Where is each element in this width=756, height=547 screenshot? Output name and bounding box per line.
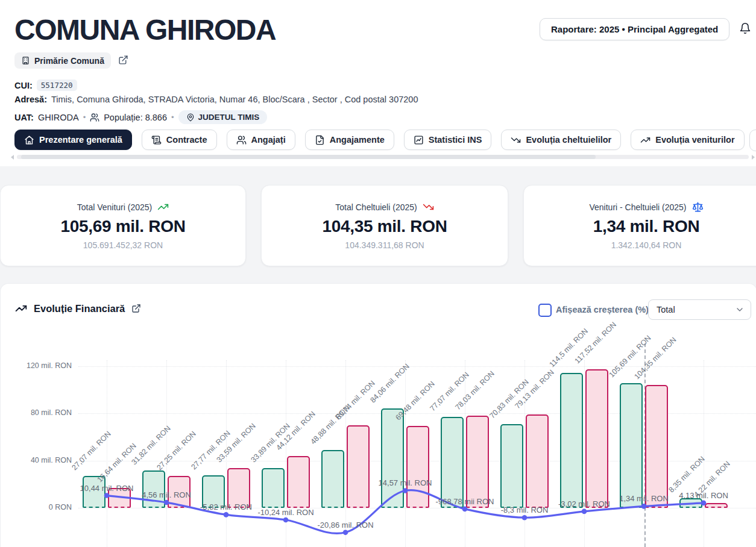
entity-type-badge: Primărie Comună bbox=[14, 52, 111, 69]
tab-angajati[interactable]: Angajați bbox=[227, 130, 295, 150]
building-icon bbox=[21, 56, 30, 65]
tabs-scrollbar-track[interactable] bbox=[17, 155, 749, 159]
file-icon bbox=[315, 135, 325, 145]
line-point-label: -968,78 mii RON bbox=[436, 497, 494, 506]
scroll-right-arrow-icon[interactable] bbox=[752, 155, 755, 160]
line-point[interactable] bbox=[104, 493, 110, 498]
line-point-label: 10,44 mil. RON bbox=[80, 484, 134, 493]
line-point[interactable] bbox=[462, 507, 468, 512]
address-row: Adresă: Timis, Comuna Ghiroda, STRADA Vi… bbox=[14, 95, 418, 104]
tab-label: Contracte bbox=[166, 135, 207, 145]
cui-label: CUI: bbox=[14, 81, 33, 90]
tab-evolutia-veniturilor[interactable]: Evoluția veniturilor bbox=[631, 130, 744, 150]
tab-label: Angajamente bbox=[330, 135, 385, 145]
stat-card-label: Venituri - Cheltuieli (2025) bbox=[589, 201, 703, 213]
line-point[interactable] bbox=[641, 504, 647, 509]
line-point[interactable] bbox=[582, 509, 587, 514]
map-pin-icon bbox=[186, 113, 195, 122]
line-point[interactable] bbox=[224, 512, 229, 517]
stat-card-value: 105,69 mil. RON bbox=[60, 217, 185, 236]
tab-label: Prezentare generală bbox=[39, 135, 122, 145]
line-point[interactable] bbox=[403, 488, 408, 493]
address-value: Timis, Comuna Ghiroda, STRADA Victoria, … bbox=[51, 95, 418, 104]
bell-icon[interactable] bbox=[739, 22, 751, 37]
trend-up-icon bbox=[157, 201, 169, 213]
line-point-label: -20,86 mil. RON bbox=[317, 520, 373, 530]
trend-up-icon bbox=[640, 135, 650, 145]
line-point-label: -10,24 mil. RON bbox=[257, 508, 313, 517]
external-link-icon[interactable] bbox=[118, 55, 128, 67]
county-badge[interactable]: JUDETUL TIMIS bbox=[178, 110, 268, 124]
cui-row: CUI: 5517220 bbox=[14, 80, 77, 91]
uat-value: GHIRODA bbox=[38, 113, 79, 122]
home-icon bbox=[24, 135, 34, 145]
line-point[interactable] bbox=[283, 517, 289, 523]
tab-partial[interactable] bbox=[749, 130, 756, 151]
trend-down-icon bbox=[511, 135, 521, 145]
line-point[interactable] bbox=[343, 530, 348, 536]
page: COMUNA GHIRODA Primărie Comună CUI: 5517… bbox=[0, 0, 756, 547]
tab-angajamente[interactable]: Angajamente bbox=[305, 130, 394, 150]
stat-card-total-cheltuieli-2025: Total Cheltuieli (2025)104,35 mil. RON10… bbox=[261, 185, 508, 266]
users-icon bbox=[236, 135, 247, 145]
header: COMUNA GHIRODA Primărie Comună CUI: 5517… bbox=[0, 0, 756, 166]
tab-label: Angajați bbox=[251, 135, 286, 145]
scale-icon bbox=[692, 201, 704, 213]
tab-label: Evoluția cheltuielilor bbox=[526, 135, 611, 145]
uat-label: UAT: bbox=[14, 113, 34, 122]
tab-label: Statistici INS bbox=[429, 135, 482, 145]
report-period-selector[interactable]: Raportare: 2025 • Principal Aggregated bbox=[540, 18, 729, 40]
users-icon bbox=[90, 113, 99, 122]
population-value: Populație: 8.866 bbox=[104, 113, 167, 122]
tabs-scrollbar-thumb[interactable] bbox=[21, 155, 596, 159]
line-point-label: 14,57 mil. RON bbox=[379, 478, 432, 487]
difference-line bbox=[107, 490, 704, 534]
stat-card-label: Total Cheltuieli (2025) bbox=[335, 201, 433, 213]
stat-card-label: Total Venituri (2025) bbox=[77, 201, 169, 213]
tab-contracte[interactable]: Contracte bbox=[142, 130, 217, 150]
tab-label: Evoluția veniturilor bbox=[655, 135, 734, 145]
stat-card-total-venituri-2025: Total Venituri (2025)105,69 mil. RON105.… bbox=[0, 185, 246, 266]
line-point-label: 4,13 mil. RON bbox=[679, 491, 728, 500]
scroll-left-arrow-icon[interactable] bbox=[11, 155, 14, 160]
stat-card-value: 104,35 mil. RON bbox=[322, 217, 447, 236]
address-label: Adresă: bbox=[14, 95, 47, 104]
line-point-label: -3,02 mil. RON bbox=[558, 499, 610, 508]
page-title: COMUNA GHIRODA bbox=[14, 13, 276, 46]
line-point-label: 4,56 mil. RON bbox=[142, 490, 191, 499]
stat-card-value: 1,34 mil. RON bbox=[593, 217, 700, 236]
cui-value: 5517220 bbox=[37, 80, 77, 91]
stat-card-exact-value: 105.691.452,32 RON bbox=[83, 240, 163, 250]
stat-card-exact-value: 1.342.140,64 RON bbox=[611, 240, 682, 250]
uat-row: UAT: GHIRODA • Populație: 8.866 • JUDETU… bbox=[14, 110, 267, 124]
line-point-label: 1,34 mil. RON bbox=[619, 494, 669, 503]
tab-evolutia-cheltuielilor[interactable]: Evoluția cheltuielilor bbox=[501, 130, 621, 150]
stat-card-exact-value: 104.349.311,68 RON bbox=[345, 240, 424, 250]
tab-statistici-ins[interactable]: Statistici INS bbox=[404, 130, 492, 150]
stat-card-venituri-cheltuieli-2025: Venituri - Cheltuieli (2025)1,34 mil. RO… bbox=[523, 185, 756, 266]
trend-down-icon bbox=[423, 201, 434, 213]
tab-prezentare-generala[interactable]: Prezentare generală bbox=[14, 130, 132, 150]
line-point-label: -8,3 mil. RON bbox=[501, 505, 549, 514]
line-point[interactable] bbox=[701, 501, 707, 506]
chart-icon bbox=[414, 135, 424, 145]
financial-evolution-chart: 120 mil. RON80 mil. RON40 mil. RON0 RON2… bbox=[0, 283, 756, 547]
difference-line-chart bbox=[0, 283, 756, 547]
line-point-label: -5,82 mil. RON bbox=[200, 502, 252, 511]
line-point[interactable] bbox=[522, 515, 528, 520]
tab-bar: Prezentare generalăContracteAngajațiAnga… bbox=[14, 130, 756, 150]
scroll-icon bbox=[151, 135, 162, 145]
line-point[interactable] bbox=[164, 500, 169, 505]
